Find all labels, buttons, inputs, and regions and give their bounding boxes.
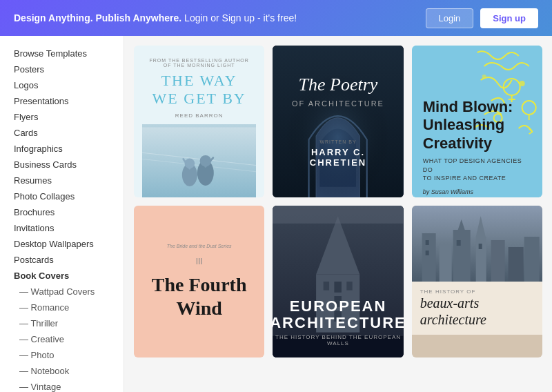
sidebar-item-romance[interactable]: — Romance bbox=[0, 300, 124, 315]
sidebar-item-brochures[interactable]: Brochures bbox=[0, 204, 124, 220]
card-european-architecture[interactable]: EUROPEANARCHITECTURE THE HISTORY BEHIND … bbox=[273, 206, 403, 357]
svg-rect-41 bbox=[425, 251, 428, 255]
svg-rect-42 bbox=[456, 240, 460, 246]
sidebar-item-infographics[interactable]: Infographics bbox=[0, 141, 124, 157]
svg-rect-29 bbox=[273, 206, 403, 224]
sidebar-item-posters[interactable]: Posters bbox=[0, 61, 124, 77]
header-buttons: Login Sign up bbox=[426, 8, 538, 28]
sidebar-item-cards[interactable]: Cards bbox=[0, 125, 124, 141]
svg-point-19 bbox=[482, 75, 486, 79]
card-3-desc: What top design agencies doto inspire an… bbox=[423, 157, 531, 183]
content-area: From the bestselling authorof The Mornin… bbox=[124, 36, 552, 392]
card-6-title: beaux-artsarchitecture bbox=[420, 295, 534, 328]
card-2-author: HARRY C. CHRETIEN bbox=[281, 147, 395, 168]
sidebar: Browse Templates Posters Logos Presentat… bbox=[0, 36, 124, 392]
sidebar-item-vintage[interactable]: — Vintage bbox=[0, 379, 124, 392]
tagline-rest: Login or Sign up - it's free! bbox=[184, 12, 297, 23]
header: Design Anything. Publish Anywhere. Login… bbox=[0, 0, 552, 36]
card-2-title: The Poetry bbox=[281, 75, 395, 95]
card-4-num: III bbox=[196, 257, 203, 266]
card-2-written-by: WRITTEN BY bbox=[281, 139, 395, 144]
card-4-title: The FourthWind bbox=[152, 273, 247, 320]
cards-grid: From the bestselling authorof The Mornin… bbox=[134, 46, 542, 357]
svg-point-18 bbox=[519, 81, 524, 86]
card-1-title: THE WAYWE GET BY bbox=[149, 72, 248, 108]
signup-button[interactable]: Sign up bbox=[480, 8, 538, 28]
card-mind-blown[interactable]: Mind Blown:UnleashingCreativity What top… bbox=[412, 46, 542, 197]
svg-rect-32 bbox=[439, 244, 451, 282]
svg-rect-23 bbox=[335, 282, 342, 293]
login-button[interactable]: Login bbox=[426, 8, 474, 28]
sidebar-item-browse-templates[interactable]: Browse Templates bbox=[0, 46, 124, 61]
card-way-we-get-by[interactable]: From the bestselling authorof The Mornin… bbox=[134, 46, 264, 197]
sidebar-item-business-cards[interactable]: Business Cards bbox=[0, 157, 124, 173]
svg-rect-35 bbox=[475, 237, 486, 282]
sidebar-item-desktop-wallpapers[interactable]: Desktop Wallpapers bbox=[0, 236, 124, 252]
card-2-content: The Poetry of Architecture WRITTEN BY HA… bbox=[273, 67, 403, 176]
card-5-content: EUROPEANARCHITECTURE THE HISTORY BEHIND … bbox=[273, 298, 403, 346]
svg-rect-33 bbox=[453, 230, 470, 282]
card-2-subtitle: of Architecture bbox=[281, 99, 395, 108]
svg-rect-39 bbox=[524, 237, 539, 282]
card-fourth-wind[interactable]: The Bride and the Dust Series III The Fo… bbox=[134, 206, 264, 357]
card-1-author: REED BARRON bbox=[149, 112, 248, 119]
card-3-title: Mind Blown:UnleashingCreativity bbox=[423, 98, 531, 153]
card-3-content: Mind Blown:UnleashingCreativity What top… bbox=[423, 98, 531, 195]
sidebar-item-resumes[interactable]: Resumes bbox=[0, 173, 124, 188]
sidebar-item-logos[interactable]: Logos bbox=[0, 77, 124, 93]
card-3-by: by Susan Williams bbox=[423, 188, 531, 195]
svg-rect-0 bbox=[142, 127, 256, 197]
header-tagline: Design Anything. Publish Anywhere. Login… bbox=[14, 12, 297, 23]
main-layout: Browse Templates Posters Logos Presentat… bbox=[0, 36, 552, 392]
svg-rect-26 bbox=[324, 282, 329, 291]
sidebar-item-wattpad[interactable]: — Wattpad Covers bbox=[0, 284, 124, 300]
sidebar-item-invitations[interactable]: Invitations bbox=[0, 220, 124, 236]
tagline-bold: Design Anything. Publish Anywhere. bbox=[14, 12, 181, 23]
card-poetry-architecture[interactable]: The Poetry of Architecture WRITTEN BY HA… bbox=[273, 46, 403, 197]
card-6-photo bbox=[412, 206, 542, 282]
sidebar-item-thriller[interactable]: — Thriller bbox=[0, 315, 124, 331]
card-1-from: From the bestselling authorof The Mornin… bbox=[149, 58, 248, 68]
sidebar-item-postcards[interactable]: Postcards bbox=[0, 252, 124, 268]
card-1-text: From the bestselling authorof The Mornin… bbox=[149, 58, 248, 119]
svg-rect-43 bbox=[478, 244, 482, 249]
sidebar-item-book-covers[interactable]: Book Covers bbox=[0, 268, 124, 284]
card-5-subtitle: THE HISTORY BEHIND THE EUROPEAN WALLS bbox=[273, 334, 403, 346]
sidebar-item-flyers[interactable]: Flyers bbox=[0, 109, 124, 125]
card-1-image bbox=[142, 124, 256, 197]
sidebar-item-photo-collages[interactable]: Photo Collages bbox=[0, 188, 124, 204]
card-beaux-arts[interactable]: THE HISTORY OF beaux-artsarchitecture bbox=[412, 206, 542, 357]
card-6-content: THE HISTORY OF beaux-artsarchitecture bbox=[412, 282, 542, 335]
card-5-title: EUROPEANARCHITECTURE bbox=[273, 298, 403, 331]
sidebar-item-creative[interactable]: — Creative bbox=[0, 331, 124, 347]
svg-rect-40 bbox=[425, 240, 428, 245]
card-6-history-label: THE HISTORY OF bbox=[420, 288, 534, 295]
svg-rect-37 bbox=[491, 240, 504, 282]
sidebar-item-notebook[interactable]: — Notebook bbox=[0, 363, 124, 379]
svg-rect-38 bbox=[508, 247, 523, 282]
sidebar-item-presentations[interactable]: Presentations bbox=[0, 93, 124, 109]
sidebar-item-photo[interactable]: — Photo bbox=[0, 347, 124, 363]
svg-rect-27 bbox=[347, 282, 353, 291]
card-4-series: The Bride and the Dust Series bbox=[167, 244, 232, 248]
